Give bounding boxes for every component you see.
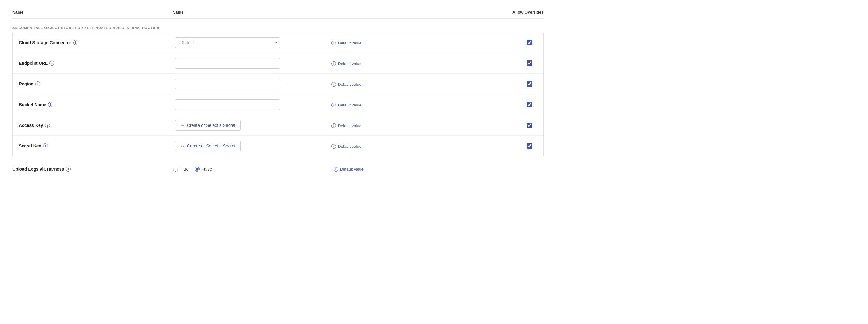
default-value-link-region[interactable]: i Default value: [332, 82, 362, 87]
default-value-info-icon-endpoint-url: i: [332, 62, 336, 66]
value-cell-upload-logs: True False: [173, 167, 334, 172]
page-container: Name Value Allow Overrides S3-COMPATIBLE…: [0, 0, 556, 184]
section-group: Cloud Storage Connector i - Select - ▾ i…: [12, 32, 544, 156]
row-upload-logs: Upload Logs via Harness i True False i D…: [12, 161, 544, 177]
header-name: Name: [12, 10, 173, 14]
radio-option-false[interactable]: False: [195, 167, 212, 172]
row-region: Region i i Default value: [13, 74, 544, 95]
value-cell-cloud-storage-connector: - Select - ▾: [175, 37, 332, 48]
value-cell-bucket-name: [175, 99, 332, 110]
default-value-cell-secret-key: i Default value: [332, 143, 488, 149]
row-secret-key: Secret Key i 🗝 Create or Select a Secret…: [13, 136, 544, 156]
info-icon-secret-key[interactable]: i: [43, 143, 48, 148]
allow-overrides-cell-access-key: [488, 122, 537, 128]
checkbox-endpoint-url[interactable]: [527, 61, 532, 66]
section-label: S3-COMPATIBLE OBJECT STORE FOR SELF-HOST…: [12, 21, 544, 32]
key-icon-secret-key: 🗝: [180, 144, 184, 148]
allow-overrides-cell-endpoint-url: [488, 61, 537, 66]
input-endpoint-url[interactable]: [175, 58, 280, 69]
info-icon-region[interactable]: i: [35, 81, 40, 86]
table-header: Name Value Allow Overrides: [12, 7, 544, 19]
checkbox-secret-key[interactable]: [527, 143, 532, 149]
default-value-cell-endpoint-url: i Default value: [332, 61, 488, 66]
key-icon-access-key: 🗝: [180, 123, 184, 128]
default-value-cell-access-key: i Default value: [332, 123, 488, 128]
default-value-link-endpoint-url[interactable]: i Default value: [332, 62, 362, 66]
row-access-key: Access Key i 🗝 Create or Select a Secret…: [13, 115, 544, 136]
label-bucket-name: Bucket Name i: [19, 102, 175, 107]
create-select-secret-button-secret-key[interactable]: 🗝 Create or Select a Secret: [175, 141, 241, 151]
label-access-key: Access Key i: [19, 123, 175, 128]
radio-option-true[interactable]: True: [173, 167, 188, 172]
label-cloud-storage-connector: Cloud Storage Connector i: [19, 40, 175, 45]
value-cell-secret-key: 🗝 Create or Select a Secret: [175, 141, 332, 151]
default-value-info-icon-bucket-name: i: [332, 103, 336, 107]
radio-false[interactable]: [195, 167, 199, 172]
row-endpoint-url: Endpoint URL i i Default value: [13, 53, 544, 74]
default-value-info-icon-region: i: [332, 82, 336, 87]
default-value-cell-bucket-name: i Default value: [332, 102, 488, 107]
radio-group-upload-logs: True False: [173, 167, 326, 172]
default-value-link-access-key[interactable]: i Default value: [332, 123, 362, 128]
allow-overrides-cell-secret-key: [488, 143, 537, 149]
info-icon-endpoint-url[interactable]: i: [50, 61, 54, 66]
info-icon-cloud-storage-connector[interactable]: i: [73, 40, 78, 45]
default-value-info-icon-secret-key: i: [332, 144, 336, 149]
default-value-cell-cloud-storage-connector: i Default value: [332, 40, 488, 45]
allow-overrides-cell-bucket-name: [488, 102, 537, 107]
create-select-secret-button-access-key[interactable]: 🗝 Create or Select a Secret: [175, 120, 241, 131]
label-region: Region i: [19, 81, 175, 86]
row-bucket-name: Bucket Name i i Default value: [13, 95, 544, 115]
allow-overrides-cell-cloud-storage-connector: [488, 40, 537, 45]
default-value-info-icon-upload-logs: i: [334, 167, 338, 172]
label-upload-logs: Upload Logs via Harness i: [12, 167, 173, 172]
label-secret-key: Secret Key i: [19, 143, 175, 148]
checkbox-region[interactable]: [527, 81, 532, 87]
header-allow-overrides: Allow Overrides: [494, 10, 544, 14]
input-bucket-name[interactable]: [175, 99, 280, 110]
radio-true[interactable]: [173, 167, 178, 172]
checkbox-cloud-storage-connector[interactable]: [527, 40, 532, 45]
value-cell-region: [175, 79, 332, 89]
checkbox-access-key[interactable]: [527, 122, 532, 128]
input-region[interactable]: [175, 79, 280, 89]
value-cell-endpoint-url: [175, 58, 332, 69]
info-icon-bucket-name[interactable]: i: [48, 102, 53, 107]
select-cloud-storage-connector[interactable]: - Select -: [175, 37, 280, 48]
value-cell-access-key: 🗝 Create or Select a Secret: [175, 120, 332, 131]
default-value-info-icon-cloud-storage-connector: i: [332, 41, 336, 45]
default-value-info-icon-access-key: i: [332, 123, 336, 128]
row-cloud-storage-connector: Cloud Storage Connector i - Select - ▾ i…: [13, 32, 544, 53]
info-icon-access-key[interactable]: i: [45, 123, 50, 128]
default-value-link-upload-logs[interactable]: i Default value: [334, 167, 364, 172]
default-value-cell-upload-logs: i Default value: [334, 166, 494, 172]
label-endpoint-url: Endpoint URL i: [19, 61, 175, 66]
info-icon-upload-logs[interactable]: i: [66, 167, 71, 172]
default-value-link-cloud-storage-connector[interactable]: i Default value: [332, 41, 362, 45]
default-value-cell-region: i Default value: [332, 81, 488, 87]
header-value: Value: [173, 10, 334, 14]
allow-overrides-cell-region: [488, 81, 537, 87]
default-value-link-secret-key[interactable]: i Default value: [332, 144, 362, 149]
header-empty: [334, 10, 494, 14]
select-wrapper-cloud-storage-connector: - Select - ▾: [175, 37, 280, 48]
default-value-link-bucket-name[interactable]: i Default value: [332, 103, 362, 107]
checkbox-bucket-name[interactable]: [527, 102, 532, 107]
